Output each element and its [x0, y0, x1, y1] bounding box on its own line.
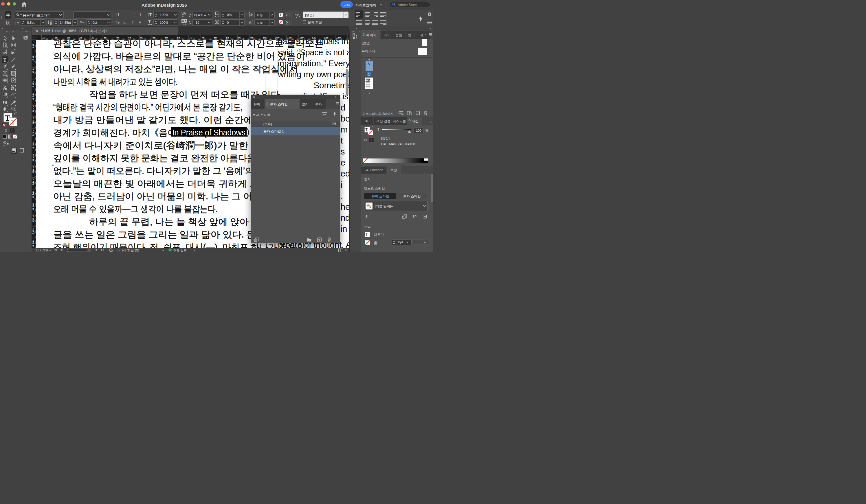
svg-text:a+: a+	[323, 113, 326, 116]
svg-text:a: a	[82, 21, 84, 23]
svg-text:あ: あ	[248, 21, 252, 24]
svg-text:5: 5	[32, 244, 34, 247]
svg-text:¶: ¶	[412, 214, 414, 219]
svg-text:A: A	[80, 20, 82, 23]
svg-text:5: 5	[32, 97, 34, 100]
svg-text:あ: あ	[251, 13, 253, 16]
svg-text:5: 5	[32, 219, 34, 223]
svg-text:¶: ¶	[366, 215, 367, 219]
svg-text:0: 0	[32, 182, 34, 186]
svg-text:あ: あ	[216, 12, 219, 15]
svg-text:T: T	[149, 12, 152, 17]
svg-text:A: A	[50, 23, 52, 25]
svg-text:0: 0	[32, 207, 34, 210]
svg-text:0: 0	[32, 158, 34, 161]
svg-text:0: 0	[32, 58, 34, 61]
svg-text:0: 0	[32, 134, 34, 137]
svg-text:5: 5	[32, 46, 34, 49]
svg-text:5: 5	[32, 122, 34, 125]
svg-text:A: A	[185, 20, 187, 23]
svg-text:10: 10	[42, 36, 45, 39]
svg-text:5: 5	[32, 195, 34, 198]
svg-text:5: 5	[32, 146, 34, 149]
svg-text:0: 0	[32, 232, 34, 235]
svg-text:V: V	[182, 20, 185, 23]
svg-text:5: 5	[32, 170, 34, 173]
svg-text:T: T	[3, 57, 7, 62]
svg-text:T: T	[148, 19, 151, 24]
svg-text:5: 5	[32, 70, 34, 73]
svg-text:A: A	[184, 12, 186, 15]
svg-text:V: V	[181, 12, 184, 15]
svg-text:0: 0	[32, 85, 34, 88]
svg-text:0: 0	[32, 109, 34, 113]
